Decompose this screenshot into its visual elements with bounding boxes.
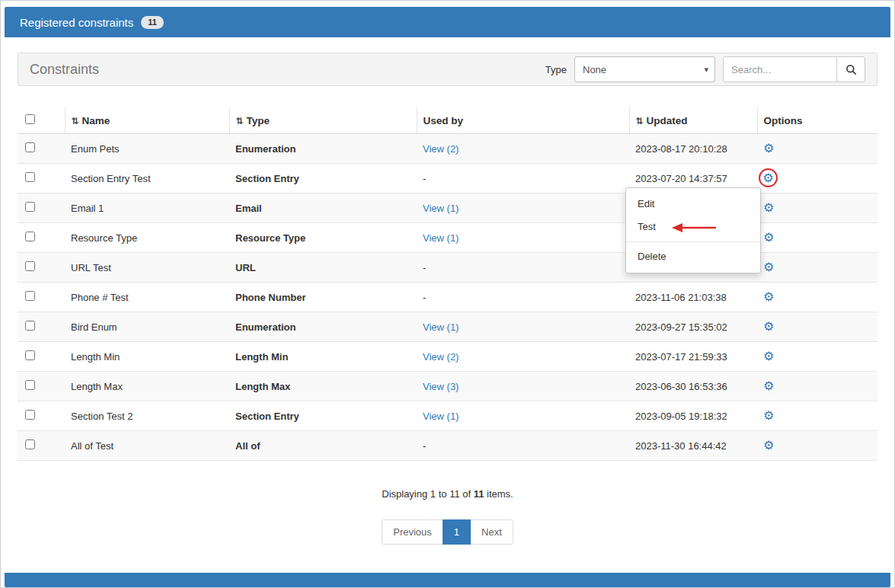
constraint-name: Section Test 2 (65, 401, 229, 431)
constraint-name: Email 1 (65, 193, 229, 223)
used-by-empty: - (423, 440, 426, 452)
row-checkbox[interactable] (25, 232, 35, 241)
search-input[interactable] (723, 56, 837, 82)
column-header-updated[interactable]: ⇅Updated (629, 107, 757, 134)
pagination-previous[interactable]: Previous (382, 519, 443, 545)
type-filter-select[interactable]: None (574, 56, 715, 82)
constraint-type: Resource Type (229, 223, 417, 253)
menu-divider (626, 241, 760, 242)
row-options-cell: ⚙ (757, 431, 877, 461)
options-context-menu: Edit Test Delete (625, 187, 761, 273)
constraint-type: All of (229, 431, 417, 461)
row-checkbox[interactable] (25, 410, 35, 420)
constraint-type: Enumeration (229, 134, 417, 164)
constraint-used-by: - (417, 283, 629, 312)
menu-item-test[interactable]: Test (626, 216, 760, 238)
gear-icon[interactable]: ⚙ (763, 202, 774, 214)
table-row: Bird Enum Enumeration View (1) 2023-09-2… (18, 312, 877, 342)
table-row: Section Test 2 Section Entry View (1) 20… (18, 401, 877, 431)
panel-body: Constraints Type None ▾ (18, 53, 877, 545)
gear-icon[interactable]: ⚙ (763, 350, 774, 363)
search-icon (845, 64, 857, 75)
constraint-used-by: - (417, 164, 629, 193)
table-row: Length Max Length Max View (3) 2023-06-3… (18, 372, 877, 401)
constraint-used-by: - (417, 431, 629, 461)
row-checkbox[interactable] (25, 439, 35, 449)
row-options-cell: ⚙ (757, 193, 877, 223)
constraint-updated: 2023-07-17 21:59:33 (629, 342, 757, 372)
row-options-cell: ⚙ (757, 372, 877, 401)
gear-icon[interactable]: ⚙ (763, 410, 774, 422)
used-by-link[interactable]: View (1) (423, 232, 459, 244)
table-toolbar: Constraints Type None ▾ (18, 53, 877, 86)
constraint-name: Resource Type (65, 223, 229, 253)
gear-icon[interactable]: ⚙ (763, 291, 774, 303)
constraint-used-by: View (2) (417, 342, 629, 372)
constraint-type: Section Entry (229, 401, 417, 431)
constraint-name: Enum Pets (65, 134, 229, 164)
row-options-cell: ⚙ (757, 312, 877, 342)
row-checkbox-cell (18, 283, 65, 312)
row-checkbox-cell (18, 193, 65, 223)
gear-icon[interactable]: ⚙ (763, 261, 774, 273)
used-by-link[interactable]: View (2) (423, 143, 459, 155)
constraint-updated: 2023-11-30 16:44:42 (629, 431, 757, 461)
sort-icon: ⇅ (72, 116, 79, 126)
row-checkbox-cell (18, 401, 65, 431)
constraint-used-by: - (417, 253, 629, 283)
gear-icon[interactable]: ⚙ (763, 232, 774, 244)
gear-icon[interactable]: ⚙ (763, 142, 774, 155)
gear-icon[interactable]: ⚙ (763, 439, 774, 452)
gear-icon[interactable]: ⚙ (763, 380, 774, 392)
constraint-name: All of Test (65, 431, 229, 461)
gear-icon[interactable]: ⚙ (759, 168, 778, 187)
used-by-empty: - (423, 173, 426, 184)
constraint-name: URL Test (65, 253, 229, 283)
used-by-link[interactable]: View (1) (423, 411, 459, 422)
used-by-link[interactable]: View (1) (423, 203, 459, 214)
footer-bar (5, 573, 890, 587)
gear-icon[interactable]: ⚙ (763, 321, 774, 333)
row-options-cell: ⚙ (757, 342, 877, 372)
menu-item-delete[interactable]: Delete (626, 245, 760, 268)
constraint-used-by: View (2) (417, 134, 629, 164)
constraints-page: Registered constraints 11 Constraints Ty… (0, 0, 895, 588)
column-header-options: Options (757, 107, 877, 134)
constraint-name: Length Max (65, 372, 229, 401)
used-by-link[interactable]: View (3) (423, 381, 459, 392)
constraint-type: Email (229, 193, 417, 223)
search-button[interactable] (836, 56, 865, 82)
constraint-updated: 2023-09-05 19:18:32 (629, 401, 757, 431)
menu-item-edit[interactable]: Edit (626, 193, 760, 216)
type-filter: None ▾ (574, 56, 715, 82)
pagination-next[interactable]: Next (470, 519, 513, 545)
column-header-type[interactable]: ⇅Type (229, 107, 417, 134)
column-header-name[interactable]: ⇅Name (65, 107, 229, 134)
toolbar-controls: Type None ▾ (545, 56, 865, 82)
constraint-type: Length Max (229, 372, 417, 401)
row-checkbox[interactable] (25, 142, 35, 152)
summary-count: 11 (474, 488, 484, 500)
constraint-name: Bird Enum (65, 312, 229, 342)
row-checkbox[interactable] (25, 261, 35, 271)
row-checkbox[interactable] (25, 291, 35, 301)
summary-prefix: Displaying 1 to 11 of (382, 488, 473, 500)
pagination-page-1[interactable]: 1 (443, 519, 471, 545)
row-checkbox-cell (18, 253, 65, 283)
row-checkbox-cell (18, 431, 65, 461)
used-by-link[interactable]: View (1) (423, 321, 459, 333)
row-checkbox[interactable] (25, 202, 35, 212)
row-checkbox-cell (18, 312, 65, 342)
row-options-cell: ⚙ (757, 134, 877, 164)
constraint-type: Phone Number (229, 283, 417, 312)
column-header-checkbox (18, 107, 65, 134)
constraint-type: URL (229, 253, 417, 283)
row-checkbox[interactable] (25, 380, 35, 390)
select-all-checkbox[interactable] (25, 114, 35, 124)
row-checkbox[interactable] (25, 350, 35, 360)
table-row: Enum Pets Enumeration View (2) 2023-08-1… (18, 134, 877, 164)
row-checkbox[interactable] (25, 321, 35, 331)
used-by-link[interactable]: View (2) (423, 351, 459, 363)
sort-icon: ⇅ (236, 116, 244, 126)
row-checkbox[interactable] (25, 172, 35, 182)
